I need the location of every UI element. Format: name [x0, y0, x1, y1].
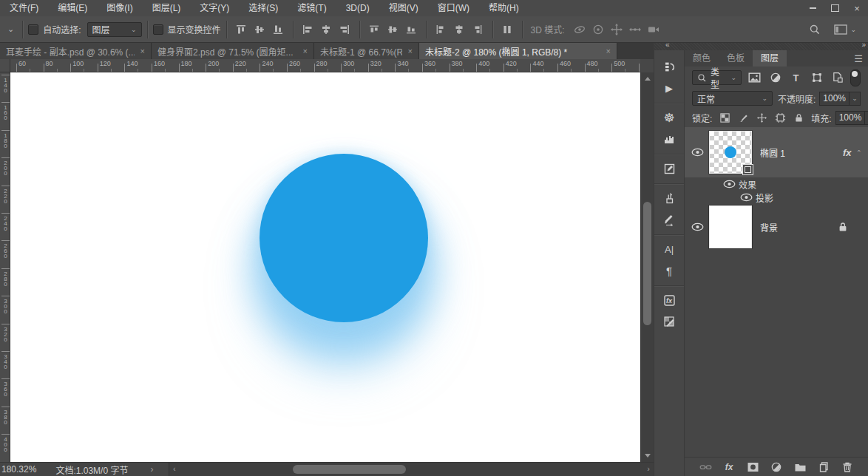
panel-menu-icon[interactable]: ☰	[854, 53, 862, 64]
align-vertical-centers-button[interactable]	[251, 20, 269, 39]
distribute-spacing-button[interactable]	[498, 20, 517, 39]
document-tab-4-active[interactable]: 未标题-2 @ 180% (椭圆 1, RGB/8) * ×	[419, 43, 617, 59]
fill-chevron-icon[interactable]: ⌄	[865, 111, 868, 125]
filter-smart-objects-button[interactable]	[830, 70, 845, 86]
menu-help[interactable]: 帮助(H)	[479, 0, 529, 16]
layer-row-ellipse[interactable]: 椭圆 1 fx ⌄	[685, 127, 868, 177]
menu-file[interactable]: 文件(F)	[0, 0, 48, 16]
auto-select-checkbox[interactable]	[28, 24, 38, 35]
tool-preset-chevron-icon[interactable]: ⌄	[4, 24, 17, 34]
align-top-edges-button[interactable]	[232, 20, 251, 39]
minimize-button[interactable]	[801, 0, 824, 16]
layer-effects-badge[interactable]: fx	[843, 147, 852, 158]
layer-thumbnail[interactable]	[710, 206, 751, 248]
tab-layers[interactable]: 图层	[753, 50, 787, 67]
maximize-button[interactable]	[824, 0, 846, 16]
distribute-horizontal-centers-button[interactable]	[450, 20, 469, 39]
scroll-left-arrow-icon[interactable]: ‹	[173, 464, 176, 473]
align-left-edges-button[interactable]	[299, 20, 317, 39]
status-more-icon[interactable]: ›	[150, 464, 153, 475]
character-panel-icon[interactable]: A|	[654, 239, 684, 260]
layer-row-background[interactable]: 背景	[685, 204, 868, 250]
close-icon[interactable]: ×	[408, 47, 413, 55]
auto-select-target-select[interactable]: 图层 ⌄	[87, 22, 142, 37]
ellipse-shape[interactable]	[260, 154, 428, 322]
align-bottom-edges-button[interactable]	[269, 20, 288, 39]
menu-select[interactable]: 选择(S)	[239, 0, 288, 16]
layer-name[interactable]: 背景	[760, 221, 778, 234]
menu-edit[interactable]: 编辑(E)	[48, 0, 97, 16]
show-transform-checkbox[interactable]	[153, 24, 163, 35]
brush-presets-panel-icon[interactable]	[654, 311, 684, 333]
distribute-top-edges-button[interactable]	[365, 20, 384, 39]
opacity-field[interactable]: 100%	[819, 92, 850, 106]
lock-image-pixels-button[interactable]	[737, 112, 749, 123]
styles-panel-icon[interactable]	[654, 290, 684, 311]
align-right-edges-button[interactable]	[336, 20, 354, 39]
search-icon[interactable]	[805, 20, 824, 39]
workspace-switcher[interactable]: ⌄	[834, 24, 856, 35]
close-icon[interactable]: ×	[303, 47, 308, 55]
visibility-cell[interactable]	[691, 222, 703, 231]
delete-layer-button[interactable]	[841, 461, 854, 473]
drop-shadow-row[interactable]: 投影	[685, 191, 868, 204]
document-canvas[interactable]	[10, 72, 640, 462]
filter-adjustment-layers-button[interactable]	[767, 70, 783, 86]
filter-pixel-layers-button[interactable]	[747, 70, 762, 86]
blend-mode-select[interactable]: 正常 ⌄	[692, 91, 773, 106]
menu-image[interactable]: 图像(I)	[97, 0, 142, 16]
link-layers-button[interactable]	[699, 461, 712, 473]
lock-all-button[interactable]	[793, 112, 804, 123]
notes-panel-icon[interactable]	[654, 158, 684, 180]
effects-row[interactable]: 效果	[685, 177, 868, 191]
menu-view[interactable]: 视图(V)	[379, 0, 428, 16]
lock-transparent-pixels-button[interactable]	[719, 112, 730, 123]
eye-icon[interactable]	[723, 180, 736, 188]
scroll-down-arrow-icon[interactable]	[645, 454, 651, 458]
menu-3d[interactable]: 3D(D)	[336, 0, 379, 16]
scroll-right-arrow-icon[interactable]: ›	[647, 464, 650, 473]
lock-artboard-button[interactable]	[774, 112, 786, 123]
opacity-chevron-icon[interactable]: ⌄	[850, 92, 861, 106]
brush-settings-panel-icon[interactable]	[654, 209, 684, 231]
horizontal-ruler[interactable]: 6080100120140160180200220240260280300320…	[10, 59, 640, 72]
adjustment-layer-button[interactable]	[770, 461, 783, 473]
document-tab-2[interactable]: 健身界面2.psd @ 71.5% (圆角矩... ×	[152, 43, 314, 59]
lock-position-button[interactable]	[756, 112, 767, 123]
close-icon[interactable]: ×	[140, 47, 145, 55]
menu-layer[interactable]: 图层(L)	[143, 0, 191, 16]
paragraph-panel-icon[interactable]: ¶	[654, 260, 684, 282]
history-panel-icon[interactable]	[654, 56, 684, 78]
close-button[interactable]: ×	[846, 0, 868, 16]
distribute-left-edges-button[interactable]	[432, 20, 450, 39]
collapse-effects-icon[interactable]: ⌄	[856, 149, 862, 156]
layer-style-button[interactable]: fx	[722, 461, 736, 473]
histogram-panel-icon[interactable]	[654, 129, 684, 150]
menu-type[interactable]: 文字(Y)	[190, 0, 239, 16]
tab-color[interactable]: 颜色	[685, 50, 719, 67]
eye-icon[interactable]	[740, 193, 753, 202]
add-layer-mask-button[interactable]	[746, 461, 759, 473]
filter-type-select[interactable]: 类型 ⌄	[692, 70, 742, 85]
layer-thumbnail[interactable]	[710, 132, 751, 173]
tab-swatches[interactable]: 色板	[719, 50, 753, 67]
horizontal-scrollbar-thumb[interactable]	[293, 465, 406, 474]
horizontal-scrollbar[interactable]: ‹ ›	[169, 463, 654, 476]
menu-window[interactable]: 窗口(W)	[428, 0, 479, 16]
actions-panel-icon[interactable]: ▶	[654, 78, 684, 99]
close-icon[interactable]: ×	[606, 47, 611, 55]
document-tab-3[interactable]: 未标题-1 @ 66.7%(RGB/... ×	[314, 43, 419, 59]
scroll-up-arrow-icon[interactable]	[645, 77, 651, 81]
3d-slide-button[interactable]	[626, 20, 645, 39]
vertical-scrollbar-thumb[interactable]	[643, 202, 651, 325]
ruler-origin-corner[interactable]	[0, 59, 10, 72]
filter-type-layers-button[interactable]: T	[788, 70, 804, 86]
3d-roll-button[interactable]	[589, 20, 608, 39]
filter-shape-layers-button[interactable]	[809, 70, 824, 86]
layer-name[interactable]: 椭圆 1	[760, 146, 785, 159]
visibility-cell[interactable]	[691, 148, 703, 157]
new-group-button[interactable]	[793, 461, 807, 473]
distribute-right-edges-button[interactable]	[469, 20, 487, 39]
document-tab-1[interactable]: 耳麦手绘 - 副本.psd @ 30.6% (... ×	[0, 43, 152, 59]
brushes-panel-icon[interactable]	[654, 188, 684, 209]
